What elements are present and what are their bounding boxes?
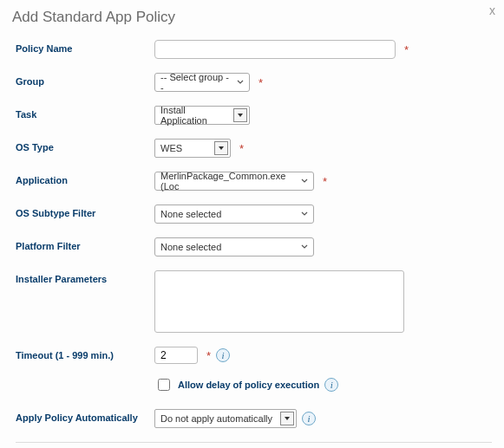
divider bbox=[16, 442, 492, 443]
label-application: Application bbox=[16, 172, 154, 185]
allow-delay-checkbox[interactable] bbox=[158, 379, 170, 391]
application-select[interactable]: MerlinPackage_Common.exe (Loc bbox=[154, 172, 314, 191]
dialog-title: Add Standard App Policy bbox=[12, 9, 492, 26]
required-marker: * bbox=[206, 349, 211, 362]
application-select-value: MerlinPackage_Common.exe (Loc bbox=[160, 171, 296, 192]
chevron-down-icon bbox=[280, 412, 294, 425]
chevron-down-icon bbox=[299, 241, 310, 253]
info-icon[interactable]: i bbox=[302, 412, 316, 425]
chevron-down-icon bbox=[233, 108, 247, 122]
label-apply-auto: Apply Policy Automatically bbox=[16, 409, 154, 423]
platform-filter-value: None selected bbox=[160, 242, 221, 252]
required-marker: * bbox=[404, 43, 409, 56]
label-os-subtype-filter: OS Subtype Filter bbox=[16, 205, 154, 218]
info-icon[interactable]: i bbox=[324, 378, 338, 392]
label-platform-filter: Platform Filter bbox=[16, 237, 154, 251]
info-icon[interactable]: i bbox=[216, 348, 230, 362]
os-type-select-value: WES bbox=[160, 143, 182, 153]
svg-marker-1 bbox=[219, 146, 224, 150]
svg-marker-2 bbox=[285, 417, 290, 420]
task-select-value: Install Application bbox=[160, 105, 232, 126]
apply-auto-select[interactable]: Do not apply automatically bbox=[154, 409, 297, 428]
policy-name-input[interactable] bbox=[154, 40, 396, 59]
apply-auto-value: Do not apply automatically bbox=[160, 413, 272, 424]
platform-filter-select[interactable]: None selected bbox=[154, 237, 314, 256]
close-icon[interactable]: x bbox=[489, 3, 495, 17]
chevron-down-icon bbox=[235, 76, 245, 88]
os-type-select[interactable]: WES bbox=[154, 139, 231, 158]
label-installer-parameters: Installer Parameters bbox=[16, 270, 154, 284]
os-subtype-filter-value: None selected bbox=[160, 209, 221, 219]
task-select[interactable]: Install Application bbox=[154, 106, 250, 125]
label-task: Task bbox=[16, 106, 154, 120]
required-marker: * bbox=[323, 175, 327, 188]
label-os-type: OS Type bbox=[16, 139, 154, 153]
required-marker: * bbox=[259, 76, 263, 89]
svg-marker-0 bbox=[238, 114, 243, 117]
chevron-down-icon bbox=[299, 208, 310, 220]
required-marker: * bbox=[239, 142, 244, 155]
os-subtype-filter-select[interactable]: None selected bbox=[154, 205, 314, 224]
label-allow-delay: Allow delay of policy execution bbox=[178, 380, 319, 390]
label-timeout: Timeout (1 - 999 min.) bbox=[16, 347, 154, 360]
group-select-value: -- Select group -- bbox=[160, 72, 232, 93]
chevron-down-icon bbox=[299, 175, 310, 187]
label-group: Group bbox=[16, 73, 154, 87]
timeout-input[interactable] bbox=[154, 347, 198, 364]
chevron-down-icon bbox=[214, 141, 228, 155]
group-select[interactable]: -- Select group -- bbox=[154, 73, 250, 92]
label-policy-name: Policy Name bbox=[16, 40, 154, 54]
installer-parameters-input[interactable] bbox=[154, 270, 404, 333]
